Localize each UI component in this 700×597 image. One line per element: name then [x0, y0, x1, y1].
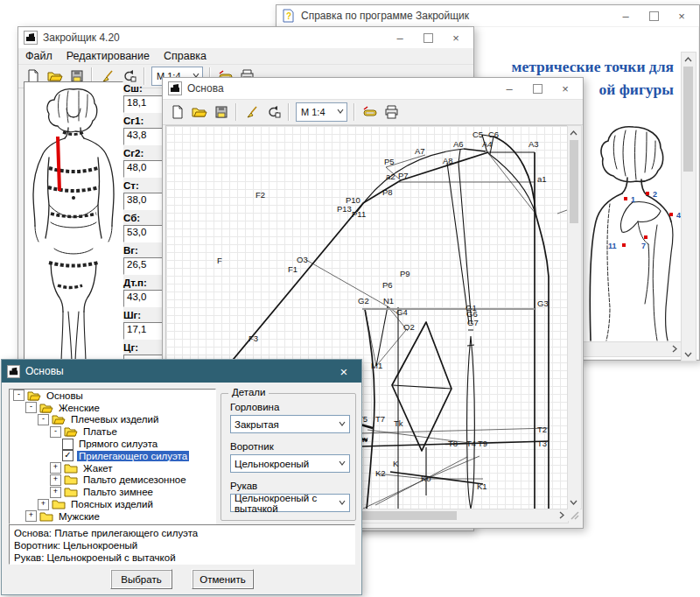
main-close-button[interactable]: ×	[442, 27, 470, 48]
tree-node-Плечевых изделий[interactable]: -Плечевых изделий	[10, 414, 215, 426]
tree-node-label[interactable]: Платье	[81, 426, 119, 437]
help-vscrollbar[interactable]	[681, 52, 696, 362]
measure-tape-button[interactable]	[359, 102, 381, 122]
checkbox-icon[interactable]	[62, 439, 74, 450]
tree-node-label[interactable]: Плечевых изделий	[69, 414, 160, 425]
anatomy-point-dot	[646, 192, 649, 195]
field-label: Горловина	[230, 402, 355, 412]
pattern-point-label: P5	[384, 157, 395, 166]
cancel-button[interactable]: Отменить	[192, 569, 254, 589]
checkbox-icon[interactable]: ✓	[62, 450, 74, 461]
scroll-up-icon[interactable]	[567, 126, 580, 139]
tree-node-label[interactable]: Основы	[45, 390, 85, 401]
app-icon	[168, 81, 182, 95]
tree-node-Мужские[interactable]: +Мужские	[10, 510, 215, 523]
tree-node-Платье[interactable]: -Платье	[10, 425, 215, 438]
osnova-toolbar: М 1:4	[163, 99, 583, 125]
help-maximize-button[interactable]	[640, 5, 668, 26]
pattern-point-label: O2	[403, 322, 415, 332]
pattern-point-label: A7	[415, 146, 425, 156]
tree-node-label[interactable]: Пальто демисезонное	[81, 474, 188, 485]
tree-node-Женские[interactable]: -Женские	[10, 402, 215, 414]
osnova-titlebar[interactable]: Основа – ×	[163, 78, 583, 99]
menu-item-файл[interactable]: Файл	[18, 49, 60, 63]
field-label: Рукав	[230, 481, 355, 491]
menu-item-редактирование[interactable]: Редактирование	[60, 49, 157, 63]
help-scroll-down-icon[interactable]	[682, 348, 695, 361]
dialog-title: Основы	[25, 365, 64, 377]
tree-node-Пальто зимнее[interactable]: +Пальто зимнее	[10, 486, 215, 498]
dialog-close-button[interactable]: ×	[332, 364, 356, 379]
tree-node-label[interactable]: Пальто зимнее	[81, 487, 155, 497]
expand-icon[interactable]: +	[50, 474, 61, 486]
selection-summary: Основа: Платье прилегающего силуэтаВорот…	[9, 524, 355, 565]
chevron-down-icon	[339, 460, 346, 466]
tree-node-label[interactable]: Мужские	[57, 511, 102, 522]
osnova-minimize-button[interactable]: –	[495, 78, 523, 99]
воротник-select[interactable]: Цельнокроеный	[230, 454, 350, 473]
collapse-icon[interactable]: -	[13, 390, 24, 401]
expand-icon[interactable]: +	[38, 499, 49, 510]
osnova-maximize-button[interactable]	[523, 78, 551, 99]
pattern-point-label: T3	[537, 439, 547, 448]
help-scroll-right-icon[interactable]	[668, 342, 681, 355]
anatomy-point-number: 7	[641, 242, 646, 250]
collapse-icon[interactable]: -	[50, 426, 61, 438]
toolbar-separator	[144, 67, 145, 85]
app-icon	[24, 31, 38, 45]
help-close-button[interactable]: ×	[668, 5, 696, 26]
select-button[interactable]: Выбрать	[110, 569, 172, 589]
tree-node-label[interactable]: Прилегающего силуэта	[77, 451, 189, 461]
collapse-icon[interactable]: -	[38, 414, 49, 425]
expand-icon[interactable]: +	[50, 487, 61, 498]
tree-node-Основы[interactable]: -Основы	[10, 390, 215, 402]
woman-figure	[24, 82, 122, 383]
main-titlebar[interactable]: Закройщик 4.20 – ×	[18, 27, 473, 48]
tree-node-label[interactable]: Жакет	[81, 463, 115, 474]
pattern-point-label: F3	[248, 334, 258, 343]
scroll-right-icon[interactable]	[555, 509, 568, 522]
anatomy-point-markers: 124711	[608, 190, 681, 250]
tree-node-Прямого силуэта[interactable]: Прямого силуэта	[10, 438, 215, 450]
chevron-down-icon	[339, 500, 346, 505]
рукав-select[interactable]: Цельнокроеный с вытачкой	[230, 494, 350, 512]
pattern-point-label: K0	[421, 474, 431, 483]
tree-node-label[interactable]: Женские	[57, 403, 102, 413]
osnova-vscrollbar[interactable]	[567, 125, 582, 509]
tree-node-Поясных изделий[interactable]: +Поясных изделий	[10, 498, 215, 510]
pattern-point-label: P6	[382, 280, 393, 290]
tree-node-Пальто демисезонное[interactable]: +Пальто демисезонное	[10, 474, 215, 487]
print-button[interactable]	[381, 102, 402, 122]
expand-icon[interactable]: +	[25, 510, 37, 522]
help-scroll-up-icon[interactable]	[682, 53, 695, 66]
new-file-button[interactable]	[166, 102, 188, 122]
tree-node-label[interactable]: Прямого силуэта	[77, 439, 159, 449]
help-titlebar[interactable]: ? Справка по программе Закройщик – ×	[276, 5, 699, 26]
dialog-titlebar[interactable]: Основы ×	[2, 360, 361, 383]
tree-node-label[interactable]: Поясных изделий	[69, 499, 155, 509]
clear-button[interactable]	[241, 102, 262, 122]
scroll-down-icon[interactable]	[567, 495, 580, 509]
collapse-icon[interactable]: -	[25, 402, 37, 413]
main-minimize-button[interactable]: –	[386, 27, 414, 48]
pattern-point-label: K1	[477, 481, 487, 491]
resize-grip[interactable]	[568, 509, 580, 521]
main-maximize-button[interactable]	[414, 27, 442, 48]
pattern-point-label: N1	[383, 296, 394, 306]
anatomy-point-dot	[669, 213, 673, 216]
горловина-select[interactable]: Закрытая	[230, 415, 350, 433]
save-button[interactable]	[210, 102, 232, 122]
toolbar-separator	[288, 103, 290, 121]
tree-node-Прилегающего силуэта[interactable]: ✓Прилегающего силуэта	[10, 450, 215, 462]
menu-item-справка[interactable]: Справка	[157, 49, 214, 63]
bases-tree: -Основы-Женские-Плечевых изделий-ПлатьеП…	[9, 389, 216, 524]
expand-icon[interactable]: +	[50, 462, 61, 474]
tree-node-Жакет[interactable]: +Жакет	[10, 462, 215, 474]
open-file-button[interactable]	[188, 102, 210, 122]
scale-select[interactable]: М 1:4	[296, 102, 347, 122]
rebuild-button[interactable]	[262, 102, 284, 122]
help-minimize-button[interactable]: –	[612, 5, 640, 26]
pattern-point-label: a2	[386, 172, 396, 181]
osnova-close-button[interactable]: ×	[551, 78, 579, 99]
chevron-down-icon	[337, 109, 344, 114]
